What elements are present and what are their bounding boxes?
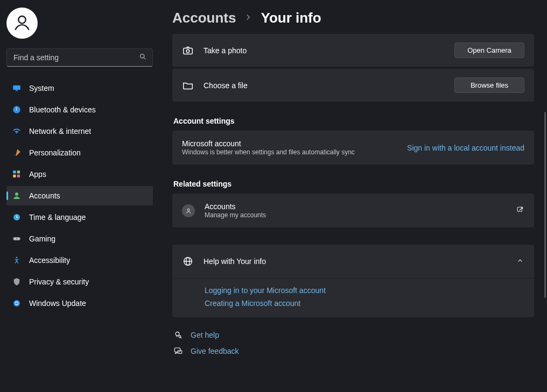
- svg-rect-27: [174, 348, 180, 352]
- svg-rect-7: [17, 170, 20, 173]
- svg-point-18: [186, 49, 190, 53]
- search-box[interactable]: [6, 48, 153, 67]
- related-settings-heading: Related settings: [173, 180, 534, 188]
- related-accounts-card[interactable]: Accounts Manage my accounts: [172, 194, 534, 227]
- svg-point-19: [187, 209, 190, 211]
- browse-files-button[interactable]: Browse files: [454, 77, 524, 93]
- monitor-icon: [12, 83, 22, 93]
- sidebar-item-label: System: [29, 84, 54, 92]
- sidebar-item-personalization[interactable]: Personalization: [6, 143, 153, 162]
- help-link-create-ms[interactable]: Creating a Microsoft account: [205, 299, 524, 308]
- choose-file-label: Choose a file: [204, 81, 445, 90]
- person-icon: [12, 191, 22, 201]
- related-accounts-title: Accounts: [205, 202, 506, 211]
- breadcrumb-current: Your info: [261, 10, 321, 26]
- clock-icon: [12, 212, 22, 222]
- ms-account-subtitle: Windows is better when settings and file…: [182, 148, 397, 156]
- sidebar-item-label: Apps: [29, 170, 46, 179]
- gamepad-icon: [12, 234, 22, 244]
- folder-icon: [182, 80, 194, 91]
- breadcrumb-parent[interactable]: Accounts: [172, 10, 236, 26]
- sidebar-item-label: Gaming: [29, 234, 55, 243]
- sidebar-item-accessibility[interactable]: Accessibility: [6, 251, 153, 270]
- help-panel: Help with Your info Logging in to your M…: [172, 245, 534, 317]
- sign-in-local-link[interactable]: Sign in with a local account instead: [407, 144, 524, 152]
- search-icon: [139, 53, 147, 62]
- svg-point-15: [16, 256, 18, 258]
- refresh-icon: [12, 298, 22, 308]
- globe-icon: [182, 255, 194, 267]
- svg-point-10: [15, 193, 18, 196]
- sidebar-item-network[interactable]: Network & internet: [6, 122, 153, 141]
- svg-point-1: [141, 54, 145, 59]
- svg-rect-4: [16, 90, 18, 91]
- sidebar-item-update[interactable]: Windows Update: [6, 294, 153, 313]
- wifi-icon: [12, 126, 22, 136]
- help-link-login-ms[interactable]: Logging in to your Microsoft account: [205, 286, 524, 295]
- person-circle-icon: [182, 204, 195, 217]
- svg-rect-9: [17, 175, 20, 177]
- sidebar-item-label: Accessibility: [29, 256, 70, 265]
- avatar[interactable]: [6, 8, 38, 39]
- give-feedback-link[interactable]: Give feedback: [172, 345, 534, 357]
- give-feedback-label: Give feedback: [191, 347, 239, 355]
- get-help-label: Get help: [191, 331, 219, 339]
- sidebar-item-label: Personalization: [29, 148, 81, 157]
- svg-line-2: [144, 58, 145, 59]
- help-panel-header[interactable]: Help with Your info: [172, 245, 534, 278]
- accessibility-icon: [12, 255, 22, 265]
- get-help-link[interactable]: Get help: [172, 329, 534, 341]
- svg-point-0: [18, 16, 25, 23]
- sidebar-item-label: Time & language: [29, 213, 86, 222]
- search-input[interactable]: [12, 53, 139, 62]
- ms-account-title: Microsoft account: [182, 139, 397, 148]
- svg-rect-3: [13, 85, 20, 90]
- svg-rect-6: [13, 170, 16, 173]
- sidebar-item-label: Network & internet: [29, 127, 91, 136]
- help-links: Logging in to your Microsoft account Cre…: [172, 278, 534, 317]
- brush-icon: [12, 148, 22, 158]
- microsoft-account-card: Microsoft account Windows is better when…: [172, 131, 534, 165]
- sidebar-item-time-language[interactable]: Time & language: [6, 208, 153, 227]
- help-panel-title: Help with Your info: [204, 257, 506, 266]
- open-camera-button[interactable]: Open Camera: [454, 42, 524, 58]
- svg-point-24: [176, 332, 179, 336]
- related-accounts-subtitle: Manage my accounts: [205, 211, 506, 219]
- feedback-icon: [173, 346, 183, 356]
- user-icon: [12, 13, 32, 33]
- take-photo-card: Take a photo Open Camera: [172, 34, 534, 67]
- sidebar-item-bluetooth[interactable]: Bluetooth & devices: [6, 100, 153, 119]
- footer-links: Get help Give feedback: [172, 329, 534, 357]
- apps-icon: [12, 169, 22, 179]
- svg-point-16: [13, 300, 20, 307]
- chevron-up-icon: [516, 256, 524, 267]
- sidebar-item-apps[interactable]: Apps: [6, 165, 153, 184]
- sidebar-item-label: Bluetooth & devices: [29, 105, 96, 114]
- svg-rect-20: [517, 207, 522, 211]
- breadcrumb: Accounts Your info: [172, 10, 534, 26]
- account-settings-heading: Account settings: [173, 117, 534, 125]
- sidebar-item-label: Accounts: [29, 191, 60, 200]
- svg-rect-17: [184, 48, 193, 54]
- svg-point-14: [18, 238, 19, 239]
- svg-line-26: [181, 338, 182, 339]
- shield-icon: [12, 277, 22, 287]
- bluetooth-icon: [12, 105, 22, 115]
- scrollbar[interactable]: [544, 112, 546, 298]
- sidebar-nav: System Bluetooth & devices Network & int…: [6, 79, 153, 313]
- help-icon: [173, 330, 183, 340]
- svg-point-13: [15, 238, 16, 239]
- sidebar-item-label: Privacy & security: [29, 277, 89, 286]
- camera-icon: [182, 45, 194, 56]
- take-photo-label: Take a photo: [204, 46, 445, 55]
- svg-rect-8: [13, 175, 16, 177]
- external-link-icon: [516, 205, 524, 216]
- sidebar-item-system[interactable]: System: [6, 79, 153, 98]
- svg-rect-12: [13, 237, 20, 240]
- sidebar-item-privacy[interactable]: Privacy & security: [6, 272, 153, 291]
- choose-file-card: Choose a file Browse files: [172, 69, 534, 102]
- main-content: Accounts Your info Take a photo Open Cam…: [159, 0, 547, 392]
- sidebar: System Bluetooth & devices Network & int…: [0, 0, 159, 392]
- sidebar-item-accounts[interactable]: Accounts: [6, 186, 153, 205]
- sidebar-item-gaming[interactable]: Gaming: [6, 229, 153, 248]
